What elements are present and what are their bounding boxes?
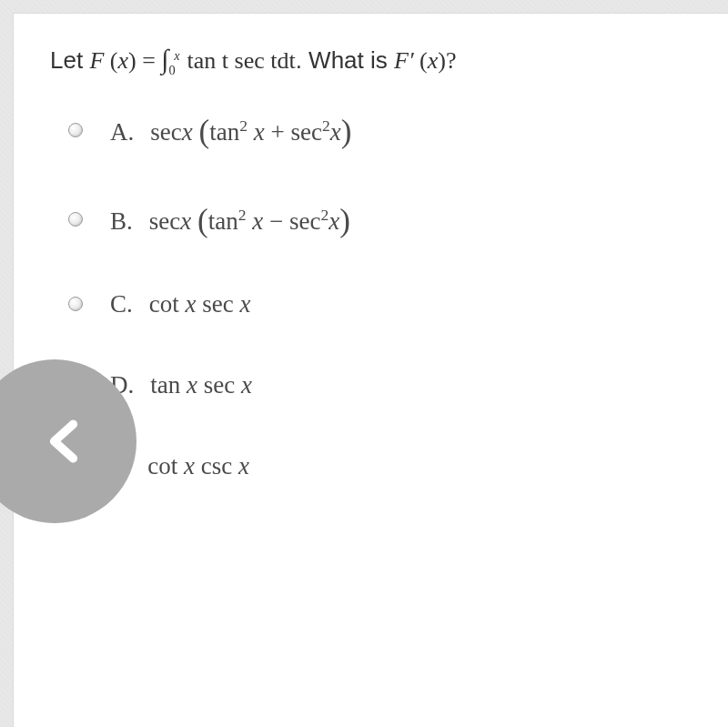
chevron-left-icon [41,414,86,469]
radio-b[interactable] [68,212,83,227]
integrand: tan t sec tdt [181,47,296,74]
option-math: cot x csc x [147,452,249,480]
func-name: F [89,47,104,74]
question-card: Let F (x) = ∫0x tan t sec tdt. What is F… [14,14,728,727]
func-var: x [117,47,128,74]
option-a-text: A. secx (tan2 x + sec2x) [110,112,351,148]
question-text: Let F (x) = ∫0x tan t sec tdt. What is F… [50,39,692,80]
integral-lower: 0 [169,63,176,77]
question-prefix: Let [50,46,89,74]
integral-sign: ∫ [161,44,168,74]
option-b[interactable]: B. secx (tan2 x − sec2x) [68,201,692,237]
option-math: secx (tan2 x − sec2x) [149,201,350,237]
paren-open: ( [104,47,117,74]
equals: ) = [128,47,161,74]
answer-options: A. secx (tan2 x + sec2x) B. secx (tan2 x… [50,112,692,480]
option-d-text: D. tan x sec x [110,371,252,399]
radio-a[interactable] [68,123,83,137]
option-math: secx (tan2 x + sec2x) [150,112,351,148]
paren-open-2: ( [414,47,428,74]
option-letter: C. [110,290,133,318]
integral-upper: x [174,48,179,63]
paren-close-2: )? [438,47,456,74]
option-c-text: C. cot x sec x [110,290,250,318]
option-letter: B. [110,207,133,236]
option-c[interactable]: C. cot x sec x [68,290,692,318]
option-letter: A. [110,118,134,146]
question-suffix: . What is [296,46,394,74]
fprime: F′ [394,47,414,74]
radio-c[interactable] [68,297,83,311]
option-d[interactable]: D. tan x sec x [68,371,692,399]
option-math: tan x sec x [150,371,252,399]
fprime-var: x [428,47,439,74]
option-e[interactable]: E. cot x csc x [68,452,692,480]
option-math: cot x sec x [149,290,251,318]
option-a[interactable]: A. secx (tan2 x + sec2x) [68,112,692,148]
option-b-text: B. secx (tan2 x − sec2x) [110,201,350,237]
